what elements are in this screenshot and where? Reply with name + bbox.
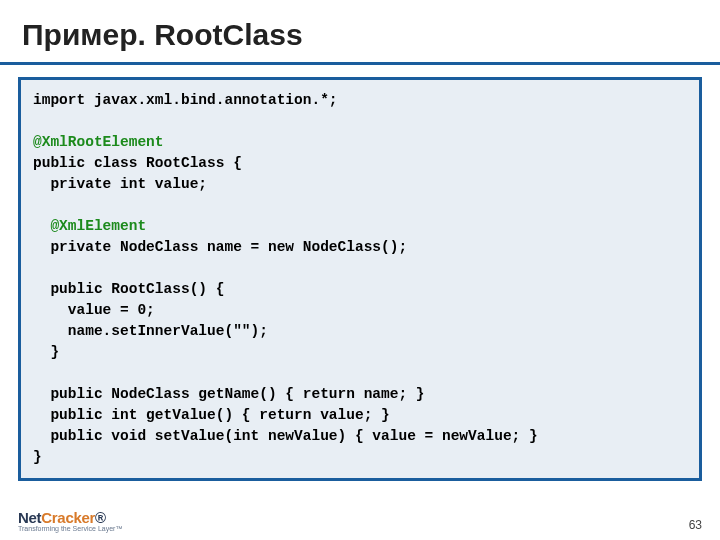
logo: NetCracker® Transforming the Service Lay…	[18, 509, 122, 532]
code-block-frame: import javax.xml.bind.annotation.*; @Xml…	[18, 77, 702, 481]
code-line: public class RootClass {	[33, 155, 242, 171]
code-line: public NodeClass getName() { return name…	[33, 386, 425, 402]
logo-part2: Cracker	[41, 509, 95, 526]
annotation: @XmlElement	[33, 218, 146, 234]
annotation: @XmlRootElement	[33, 134, 164, 150]
code-line: public RootClass() {	[33, 281, 224, 297]
title-divider	[0, 62, 720, 65]
page-number: 63	[689, 518, 702, 532]
code-line: value = 0;	[33, 302, 155, 318]
code-block: import javax.xml.bind.annotation.*; @Xml…	[33, 90, 687, 468]
code-line: }	[33, 344, 59, 360]
logo-text: NetCracker®	[18, 509, 122, 526]
code-line: name.setInnerValue("");	[33, 323, 268, 339]
code-line: public int getValue() { return value; }	[33, 407, 390, 423]
code-line: }	[33, 449, 42, 465]
code-line: private NodeClass name = new NodeClass()…	[33, 239, 407, 255]
code-line: import javax.xml.bind.annotation.*;	[33, 92, 338, 108]
code-line: private int value;	[33, 176, 207, 192]
slide-footer: NetCracker® Transforming the Service Lay…	[18, 509, 702, 532]
logo-part1: Net	[18, 509, 41, 526]
slide-title: Пример. RootClass	[0, 0, 720, 62]
logo-registered: ®	[95, 509, 106, 526]
code-line: public void setValue(int newValue) { val…	[33, 428, 538, 444]
logo-tagline: Transforming the Service Layer™	[18, 525, 122, 532]
